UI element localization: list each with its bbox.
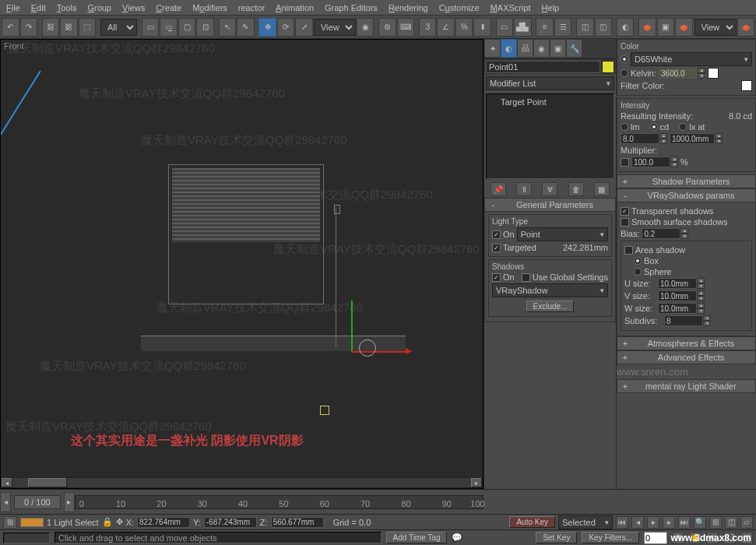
menu-customize[interactable]: Customize [434, 2, 484, 14]
stack-item[interactable]: Target Point [488, 96, 612, 108]
fov-icon[interactable]: ▱ [740, 516, 753, 529]
menu-graph[interactable]: Graph Editors [320, 2, 382, 14]
exclude-button[interactable]: Exclude... [526, 301, 575, 312]
y-field[interactable] [204, 517, 257, 528]
hierarchy-tab-icon[interactable]: 品 [517, 39, 533, 58]
z-field[interactable] [271, 517, 324, 528]
menu-edit[interactable]: Edit [26, 2, 51, 14]
targeted-checkbox[interactable]: ✓ [492, 244, 501, 252]
advanced-effects-rollup[interactable]: +Advanced Effects [617, 350, 756, 364]
utilities-tab-icon[interactable]: 🔧 [566, 39, 582, 58]
bind-icon[interactable]: ⬚ [79, 18, 97, 37]
general-params-rollup[interactable]: -General Parameters [484, 198, 616, 212]
subdivs-field[interactable] [664, 315, 703, 326]
viewport-scrollbar[interactable]: ◂▸ [1, 477, 483, 488]
lm-radio[interactable] [621, 123, 628, 131]
link-icon[interactable]: ⛓ [42, 18, 60, 37]
menu-create[interactable]: Create [151, 2, 186, 14]
select-icon[interactable]: ▭ [142, 18, 160, 37]
transparent-shadows-checkbox[interactable]: ✓ [621, 207, 629, 216]
kelvin-swatch[interactable] [708, 68, 719, 79]
mentalray-rollup[interactable]: +mental ray Light Shader [617, 379, 756, 393]
time-slider-thumb[interactable]: 0 / 100 [14, 495, 61, 509]
key-mode-dropdown[interactable]: Selected [558, 515, 613, 529]
light-on-checkbox[interactable]: ✓ [492, 230, 501, 239]
sphere-radio[interactable] [634, 268, 642, 276]
manip-icon[interactable]: ⚙ [378, 18, 396, 37]
timeline-left-icon[interactable]: ◂ [0, 492, 11, 512]
layers-icon[interactable]: ☰ [554, 18, 572, 37]
material-editor-icon[interactable]: ◐ [617, 18, 635, 37]
select-region-icon[interactable]: ▢ [178, 18, 196, 37]
render-prod-icon[interactable]: 🫖 [675, 18, 693, 37]
x-field[interactable] [137, 517, 190, 528]
usize-field[interactable] [658, 278, 697, 289]
wsize-field[interactable] [658, 303, 697, 314]
zoom-extents-icon[interactable]: ◫ [725, 516, 737, 529]
add-time-tag[interactable]: Add Time Tag [386, 532, 448, 543]
pivot-icon[interactable]: ◉ [357, 18, 374, 37]
absolute-icon[interactable]: ✥ [116, 517, 123, 527]
modifier-stack[interactable]: Target Point [486, 93, 614, 179]
menu-tools[interactable]: Tools [52, 2, 82, 14]
play-icon[interactable]: ▸ [647, 516, 659, 529]
light-type-dropdown[interactable]: Point [517, 227, 608, 241]
schematic-icon[interactable]: ◫ [595, 18, 613, 37]
menu-animation[interactable]: Animation [271, 2, 318, 14]
script-mini-listener[interactable] [3, 533, 50, 543]
lxat-radio[interactable] [679, 123, 687, 131]
menu-group[interactable]: Group [83, 2, 116, 14]
color-preset-radio[interactable] [621, 55, 628, 63]
track-color[interactable] [20, 518, 44, 527]
filter-color-swatch[interactable] [741, 80, 752, 91]
bias-field[interactable] [642, 228, 680, 239]
multiplier-checkbox[interactable] [621, 158, 629, 167]
color-preset-dropdown[interactable]: D65White [631, 52, 752, 66]
viewport-front[interactable]: Front 魔天制造VRAY技术交流QQ群29842760 魔天制造VRAY技术… [0, 39, 483, 489]
intensity-field[interactable] [621, 133, 659, 144]
trackbar-toggle-icon[interactable]: ⊞ [3, 516, 17, 529]
render-view-select[interactable]: View [694, 19, 737, 36]
selection-filter[interactable]: All [100, 19, 137, 36]
timeline-right-icon[interactable]: ▸ [64, 492, 75, 512]
light-target-gizmo[interactable] [320, 406, 329, 415]
comm-icon[interactable]: 💬 [452, 533, 462, 543]
shadow-type-dropdown[interactable]: VRayShadow [492, 283, 608, 297]
render-icon[interactable]: 🫖 [737, 18, 755, 37]
menu-reactor[interactable]: reactor [234, 2, 269, 14]
display-tab-icon[interactable]: ▣ [550, 39, 566, 58]
vray-shadows-rollup[interactable]: -VRayShadows params [617, 188, 756, 202]
percent-snap-icon[interactable]: % [455, 18, 473, 37]
menu-views[interactable]: Views [118, 2, 149, 14]
modify-tab-icon[interactable]: ◐ [501, 39, 517, 58]
unique-icon[interactable]: ∀ [542, 182, 557, 196]
menu-modifiers[interactable]: Modifiers [188, 2, 232, 14]
next-frame-icon[interactable]: ▸ [663, 516, 675, 529]
prev-frame-icon[interactable]: ◂ [631, 516, 644, 529]
time-ruler[interactable]: 0 10 20 30 40 50 60 70 80 90 100 [75, 495, 483, 509]
vsize-field[interactable] [658, 290, 697, 301]
window-crossing-icon[interactable]: ⊡ [196, 18, 214, 37]
snap-toggle-icon[interactable]: 3 [419, 18, 437, 37]
select-paint-icon[interactable]: ✎ [237, 18, 255, 37]
multiplier-field[interactable] [631, 156, 670, 167]
undo-icon[interactable]: ↶ [2, 18, 19, 37]
kelvin-field[interactable] [659, 68, 698, 79]
menu-rendering[interactable]: Rendering [384, 2, 433, 14]
angle-snap-icon[interactable]: ∠ [437, 18, 455, 37]
unlink-icon[interactable]: ⛓̸ [60, 18, 78, 37]
mirror-icon[interactable]: ▟▙ [514, 18, 532, 37]
goto-end-icon[interactable]: ⏭ [678, 516, 691, 529]
object-name-field[interactable] [486, 61, 600, 73]
ref-coord-system[interactable]: View [314, 19, 356, 36]
key-filters-button[interactable]: Key Filters... [582, 532, 639, 543]
redo-icon[interactable]: ↷ [20, 18, 38, 37]
menu-maxscript[interactable]: MAXScript [486, 2, 536, 14]
show-result-icon[interactable]: Ⅱ [516, 182, 532, 196]
select-object-icon[interactable]: ↖ [219, 18, 237, 37]
goto-start-icon[interactable]: ⏮ [616, 516, 628, 529]
zoom-all-icon[interactable]: ⊞ [709, 516, 722, 529]
menu-help[interactable]: Help [537, 2, 564, 14]
select-name-icon[interactable]: ▭̲ [160, 18, 178, 37]
named-sel-icon[interactable]: ▭ [496, 18, 514, 37]
